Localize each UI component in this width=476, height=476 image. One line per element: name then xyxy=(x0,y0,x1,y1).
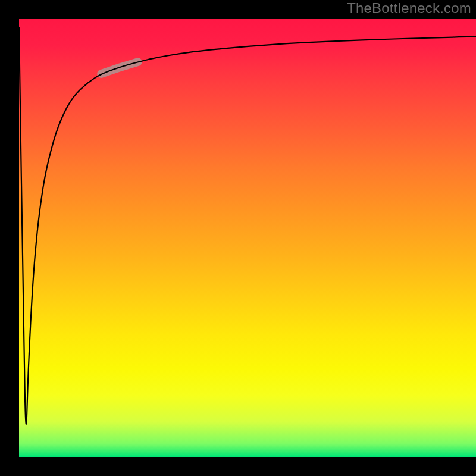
plot-area xyxy=(19,19,476,457)
chart-svg xyxy=(19,19,476,457)
main-curve xyxy=(19,28,476,424)
attribution-text: TheBottleneck.com xyxy=(347,0,471,17)
